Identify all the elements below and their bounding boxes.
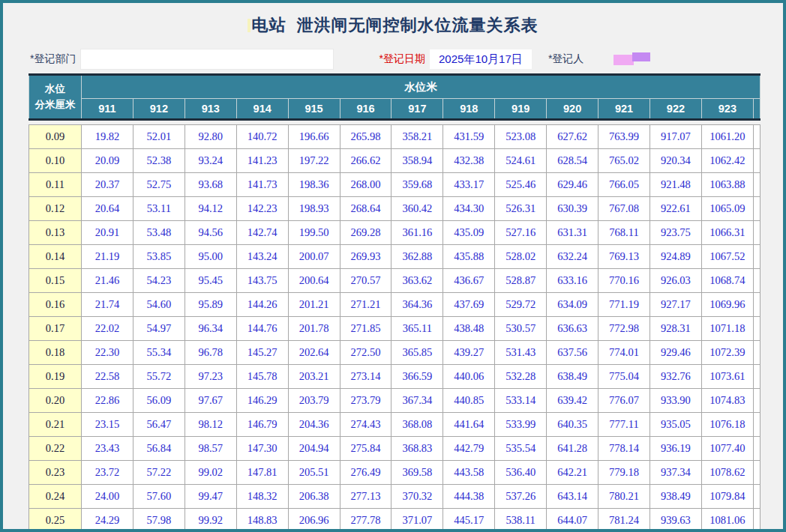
cell-0.19-920: 638.49 <box>547 365 598 389</box>
row-spacer-cell <box>753 125 760 149</box>
cell-0.21-921: 777.11 <box>598 413 650 437</box>
row-spacer-cell <box>753 293 760 317</box>
title-bar: 电站 泄洪闸无闸控制水位流量关系表 <box>3 13 783 38</box>
cell-0.25-914: 148.83 <box>236 509 288 532</box>
cell-0.15-914: 143.75 <box>236 269 288 293</box>
app-window: 电站 泄洪闸无闸控制水位流量关系表 *登记部门 *登记日期 2025年10月17… <box>0 0 786 532</box>
cell-0.09-923: 1061.20 <box>701 125 753 149</box>
cell-0.25-922: 939.63 <box>650 509 701 532</box>
dept-input[interactable] <box>80 49 334 70</box>
column-header-row: 911912913914915916917918919920921922923 <box>29 99 760 120</box>
cell-0.10-922: 920.34 <box>650 149 701 173</box>
cell-0.18-918: 439.27 <box>443 341 495 365</box>
cell-0.11-922: 921.48 <box>650 173 701 197</box>
cell-0.12-915: 198.93 <box>288 197 340 221</box>
column-header-921: 921 <box>598 99 650 120</box>
table-row: 0.1120.3752.7593.68141.73198.36268.00359… <box>29 173 760 197</box>
column-header-912: 912 <box>133 99 184 120</box>
cell-0.18-915: 202.64 <box>288 341 340 365</box>
table-row: 0.1822.3055.3496.78145.27202.64272.50365… <box>29 341 760 365</box>
cell-0.23-920: 642.21 <box>547 461 598 485</box>
table-row: 0.2123.1556.4798.12146.79204.36274.43368… <box>29 413 760 437</box>
cell-0.12-922: 922.61 <box>650 197 701 221</box>
cell-0.21-923: 1076.18 <box>701 413 753 437</box>
cell-0.17-919: 530.57 <box>495 317 547 341</box>
cell-0.15-915: 200.64 <box>288 269 340 293</box>
cell-0.19-918: 440.06 <box>443 365 495 389</box>
cell-0.10-917: 358.94 <box>392 149 443 173</box>
cell-0.12-918: 434.30 <box>443 197 495 221</box>
corner-header-line2: 分米厘米 <box>29 97 81 113</box>
column-header-923: 923 <box>701 99 753 120</box>
cell-0.17-912: 54.97 <box>133 317 184 341</box>
cell-0.17-911: 22.02 <box>82 317 134 341</box>
text-cursor-mark <box>248 19 250 32</box>
table-row: 0.2323.7257.2299.02147.81205.51276.49369… <box>29 461 760 485</box>
cell-0.13-918: 435.09 <box>443 221 495 245</box>
table-row: 0.1020.0952.3893.24141.23197.22266.62358… <box>29 149 760 173</box>
cell-0.17-920: 636.63 <box>547 317 598 341</box>
cell-0.14-922: 924.89 <box>650 245 701 269</box>
cell-0.25-919: 538.11 <box>495 509 547 532</box>
cell-0.23-913: 99.02 <box>184 461 236 485</box>
registration-form-row: *登记部门 *登记日期 2025年10月17日 *登记人 <box>30 48 783 70</box>
table-body: 0.0919.8252.0192.80140.72196.66265.98358… <box>29 120 760 532</box>
cell-0.13-922: 923.75 <box>650 221 701 245</box>
cell-0.24-920: 643.14 <box>547 485 598 509</box>
cell-0.18-911: 22.30 <box>82 341 134 365</box>
date-field[interactable]: 2025年10月17日 <box>430 49 532 69</box>
row-spacer-cell <box>753 341 760 365</box>
cell-0.13-917: 361.16 <box>392 221 443 245</box>
cell-0.23-916: 276.49 <box>340 461 392 485</box>
cell-0.13-923: 1066.31 <box>701 221 753 245</box>
column-header-920: 920 <box>547 99 598 120</box>
cell-0.15-913: 95.45 <box>184 269 236 293</box>
cell-0.16-921: 771.19 <box>598 293 650 317</box>
cell-0.16-916: 271.21 <box>340 293 392 317</box>
cell-0.09-915: 196.66 <box>288 125 340 149</box>
cell-0.24-919: 537.26 <box>495 485 547 509</box>
cell-0.15-920: 633.16 <box>547 269 598 293</box>
cell-0.21-912: 56.47 <box>133 413 184 437</box>
cell-0.15-916: 270.57 <box>340 269 392 293</box>
cell-0.21-913: 98.12 <box>184 413 236 437</box>
cell-0.25-912: 57.98 <box>133 509 184 532</box>
cell-0.12-917: 360.42 <box>392 197 443 221</box>
cell-0.10-913: 93.24 <box>184 149 236 173</box>
cell-0.20-916: 273.79 <box>340 389 392 413</box>
cell-0.18-921: 774.01 <box>598 341 650 365</box>
cell-0.09-911: 19.82 <box>82 125 134 149</box>
cell-0.22-918: 442.79 <box>443 437 495 461</box>
cell-0.09-914: 140.72 <box>236 125 288 149</box>
water-level-flow-table: 水位 分米厘米 水位米 9119129139149159169179189199… <box>28 73 760 532</box>
row-header-0.17: 0.17 <box>29 317 82 341</box>
cell-0.22-923: 1077.40 <box>701 437 753 461</box>
cell-0.16-914: 144.26 <box>236 293 288 317</box>
cell-0.14-923: 1067.52 <box>701 245 753 269</box>
cell-0.14-919: 528.02 <box>495 245 547 269</box>
cell-0.11-917: 359.68 <box>392 173 443 197</box>
cell-0.14-913: 95.00 <box>184 245 236 269</box>
cell-0.11-915: 198.36 <box>288 173 340 197</box>
column-header-917: 917 <box>392 99 443 120</box>
row-header-0.23: 0.23 <box>29 461 82 485</box>
cell-0.20-912: 56.09 <box>133 389 184 413</box>
cell-0.13-916: 269.28 <box>340 221 392 245</box>
cell-0.15-918: 436.67 <box>443 269 495 293</box>
row-header-0.12: 0.12 <box>29 197 82 221</box>
header-body-gap <box>29 120 760 125</box>
cell-0.10-914: 141.23 <box>236 149 288 173</box>
cell-0.18-922: 929.46 <box>650 341 701 365</box>
table-row: 0.1521.4654.2395.45143.75200.64270.57363… <box>29 269 760 293</box>
cell-0.09-912: 52.01 <box>133 125 184 149</box>
row-header-0.16: 0.16 <box>29 293 82 317</box>
cell-0.18-912: 55.34 <box>133 341 184 365</box>
cell-0.25-915: 206.96 <box>288 509 340 532</box>
cell-0.09-919: 523.08 <box>495 125 547 149</box>
cell-0.21-920: 640.35 <box>547 413 598 437</box>
cell-0.16-913: 95.89 <box>184 293 236 317</box>
corner-header: 水位 分米厘米 <box>29 75 82 120</box>
cell-0.18-916: 272.50 <box>340 341 392 365</box>
cell-0.18-919: 531.43 <box>495 341 547 365</box>
row-spacer-cell <box>753 437 760 461</box>
